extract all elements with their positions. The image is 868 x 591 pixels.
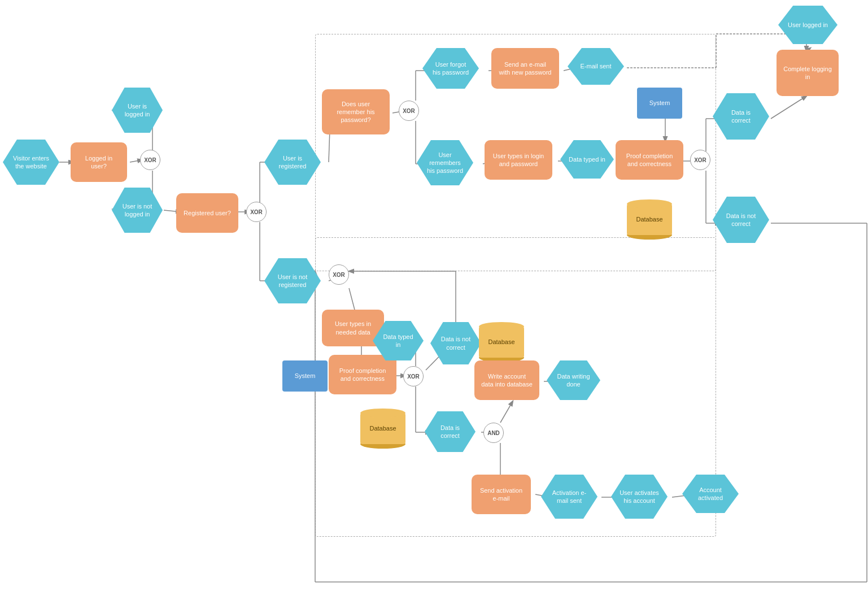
user-logged-in-node: User is logged in — [112, 88, 163, 133]
does-user-remember-node: Does user remember his password? — [322, 89, 390, 134]
db-upper-right-node: Database — [479, 319, 524, 364]
user-types-login-node: User types in login and password — [485, 140, 552, 180]
system-upper-node: System — [637, 88, 682, 119]
send-activation-node: Send activation e-mail — [472, 475, 531, 514]
xor3-gate: XOR — [329, 264, 349, 285]
xor5-gate: XOR — [399, 101, 419, 121]
complete-logging-node: Complete logging in — [777, 50, 839, 96]
svg-line-46 — [771, 96, 806, 119]
user-not-logged-node: User is not logged in — [112, 188, 163, 233]
db-proof-node: Database — [627, 197, 672, 242]
diagram-canvas: Visitor enters the website Logged in use… — [0, 0, 868, 591]
registered-user-node: Registered user? — [176, 193, 238, 233]
xor6-gate: XOR — [690, 150, 710, 170]
and1-gate: AND — [483, 423, 504, 443]
xor1-gate: XOR — [140, 150, 160, 170]
data-not-correct-upper-node: Data is not correct — [713, 197, 769, 243]
user-not-registered-node: User is not registered — [264, 258, 321, 303]
xor2-gate: XOR — [246, 202, 267, 222]
db-lower-node: Database — [360, 406, 405, 451]
proof1-node: Proof completion and correctness — [329, 355, 396, 394]
system-lower-node: System — [282, 360, 328, 392]
logged-in-user-node: Logged in user? — [71, 142, 127, 182]
proof2-node: Proof completion and correctness — [616, 140, 683, 180]
send-email-new-node: Send an e-mail with new password — [491, 48, 559, 89]
user-logged-in-node: User logged in — [778, 6, 838, 44]
user-registered-node: User is registered — [264, 140, 321, 185]
data-correct-upper-node: Data is correct — [713, 93, 769, 140]
visitor-enters-node: Visitor enters the website — [3, 140, 59, 185]
xor4-gate: XOR — [403, 366, 424, 386]
write-account-node: Write account data into database — [474, 360, 539, 400]
